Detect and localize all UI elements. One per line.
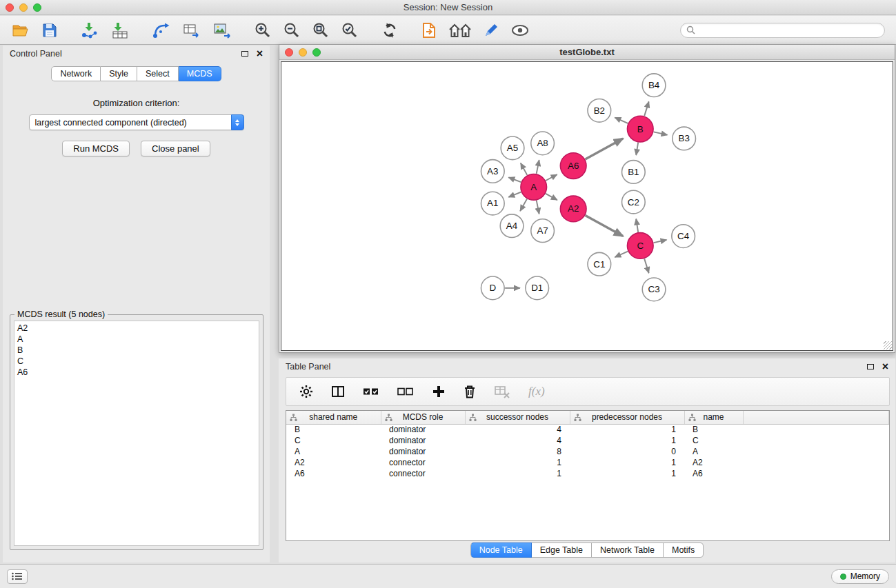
task-history-button[interactable] — [7, 569, 28, 584]
apply-layout-button[interactable] — [381, 21, 399, 39]
graph-node-A6[interactable]: A6 — [560, 153, 586, 179]
table-settings-button[interactable] — [299, 384, 314, 399]
graph-edge-B-B2[interactable] — [615, 118, 628, 123]
table-row[interactable]: Adominator80A — [286, 446, 889, 457]
column-header-successor-nodes[interactable]: successor nodes — [465, 411, 570, 424]
result-item[interactable]: C — [17, 356, 256, 367]
run-mcds-button[interactable]: Run MCDS — [62, 141, 130, 156]
table-cell[interactable]: dominator — [381, 446, 465, 457]
home-button[interactable] — [448, 22, 472, 39]
table-cell[interactable]: dominator — [381, 424, 465, 435]
graph-edge-C-C1[interactable] — [615, 252, 628, 257]
graph-node-C2[interactable]: C2 — [622, 190, 646, 214]
graph-node-C[interactable]: C — [627, 233, 653, 259]
window-close-button[interactable] — [6, 3, 14, 12]
network-canvas[interactable]: B4B2BB3A5A8A6A3B1AA1C2A2A4A7C4CC1C3DD1 — [281, 62, 893, 350]
table-cell[interactable]: C — [286, 435, 381, 446]
graph-node-A7[interactable]: A7 — [531, 219, 555, 243]
table-cell[interactable]: A2 — [286, 457, 381, 468]
graph-edge-A2-C[interactable] — [586, 216, 624, 236]
annotate-button[interactable] — [483, 22, 499, 39]
graph-edge-C-C4[interactable] — [654, 240, 667, 243]
table-row[interactable]: A2connector11A2 — [286, 457, 889, 468]
graph-node-B2[interactable]: B2 — [588, 99, 611, 122]
zoom-in-button[interactable] — [254, 21, 272, 39]
table-cell[interactable]: A6 — [684, 468, 743, 479]
graph-edge-B-B3[interactable] — [654, 132, 668, 134]
graph-node-A3[interactable]: A3 — [481, 160, 504, 183]
network-close-button[interactable] — [285, 48, 293, 57]
tab-style[interactable]: Style — [101, 66, 137, 81]
add-row-button[interactable] — [431, 384, 446, 399]
graph-edge-C-C3[interactable] — [644, 258, 648, 273]
graph-node-C1[interactable]: C1 — [588, 252, 611, 276]
delete-row-button[interactable] — [463, 384, 477, 399]
function-builder-button[interactable]: f(x) — [528, 384, 546, 399]
zoom-out-button[interactable] — [283, 21, 301, 39]
graph-edge-C-C2[interactable] — [636, 219, 638, 232]
table-cell[interactable]: 1 — [465, 468, 570, 479]
export-image-button[interactable] — [212, 21, 232, 39]
edit-columns-button[interactable] — [330, 384, 346, 399]
graph-node-B3[interactable]: B3 — [673, 127, 696, 150]
table-cell[interactable]: A2 — [684, 457, 743, 468]
table-cell[interactable]: connector — [381, 468, 465, 479]
graph-node-A5[interactable]: A5 — [501, 136, 524, 160]
close-panel-button[interactable]: Close panel — [141, 141, 210, 156]
table-cell[interactable]: C — [684, 435, 743, 446]
table-cell[interactable]: connector — [381, 457, 465, 468]
graph-node-A[interactable]: A — [521, 174, 547, 200]
graph-edge-B-B4[interactable] — [644, 101, 648, 116]
import-network-button[interactable] — [80, 21, 99, 39]
table-cell[interactable]: 4 — [465, 424, 570, 435]
import-table-button[interactable] — [110, 21, 130, 39]
delete-table-button[interactable] — [493, 384, 511, 399]
graph-node-D1[interactable]: D1 — [526, 276, 549, 300]
network-minimize-button[interactable] — [299, 48, 307, 57]
close-panel-icon[interactable]: × — [257, 50, 263, 58]
column-header-name[interactable]: name — [684, 411, 743, 424]
optimization-criterion-dropdown[interactable]: largest connected component (directed) — [29, 114, 244, 130]
export-table-button[interactable] — [182, 21, 201, 39]
column-header-MCDS-role[interactable]: MCDS role — [381, 411, 465, 424]
graph-node-C4[interactable]: C4 — [672, 225, 695, 248]
table-cell[interactable]: 1 — [570, 457, 684, 468]
graph-node-B1[interactable]: B1 — [622, 161, 646, 184]
graph-edge-A-A8[interactable] — [537, 160, 539, 174]
open-document-button[interactable] — [421, 21, 437, 39]
graph-edge-B-B1[interactable] — [636, 143, 638, 155]
float-panel-icon[interactable] — [241, 51, 248, 57]
select-all-button[interactable] — [362, 385, 380, 398]
table-row[interactable]: Bdominator41B — [286, 424, 889, 435]
result-item[interactable]: A2 — [17, 323, 256, 334]
table-row[interactable]: A6connector11A6 — [286, 468, 889, 479]
column-header-predecessor-nodes[interactable]: predecessor nodes — [570, 411, 684, 424]
graph-edge-A-A7[interactable] — [537, 201, 539, 214]
graph-edge-A-A3[interactable] — [508, 177, 521, 182]
graph-node-A2[interactable]: A2 — [560, 196, 586, 222]
graph-edge-A6-B[interactable] — [586, 139, 624, 159]
window-minimize-button[interactable] — [19, 3, 28, 12]
graph-edge-A-A1[interactable] — [508, 192, 521, 197]
zoom-fit-button[interactable] — [312, 21, 330, 39]
result-item[interactable]: A — [17, 334, 256, 345]
result-item[interactable]: B — [17, 345, 256, 356]
window-zoom-button[interactable] — [33, 3, 41, 12]
graph-edge-A-A5[interactable] — [521, 163, 527, 175]
column-header-shared-name[interactable]: shared name — [286, 411, 381, 424]
table-cell[interactable]: B — [684, 424, 743, 435]
table-cell[interactable]: A — [684, 446, 743, 457]
search-input[interactable] — [699, 26, 879, 35]
float-table-panel-icon[interactable] — [867, 364, 874, 369]
tab-select[interactable]: Select — [137, 66, 179, 81]
table-cell[interactable]: 1 — [570, 424, 684, 435]
table-cell[interactable]: 8 — [465, 446, 570, 457]
table-cell[interactable]: A — [286, 446, 381, 457]
result-item[interactable]: A6 — [17, 367, 256, 378]
table-cell[interactable]: 0 — [570, 446, 684, 457]
graph-node-A8[interactable]: A8 — [531, 132, 555, 155]
open-session-button[interactable] — [11, 22, 30, 39]
graph-edge-A-A6[interactable] — [546, 174, 557, 181]
graph-node-C3[interactable]: C3 — [642, 278, 666, 301]
graph-node-B[interactable]: B — [627, 116, 653, 142]
